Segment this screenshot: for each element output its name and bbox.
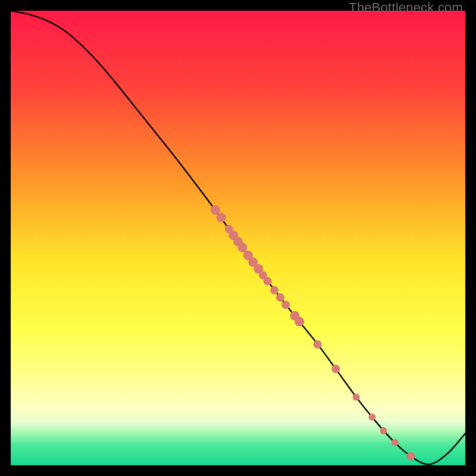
watermark-label: TheBottleneck.com (349, 0, 463, 15)
data-marker (380, 427, 387, 434)
data-marker (295, 317, 304, 327)
data-marker (392, 439, 399, 446)
chart-frame: TheBottleneck.com (0, 0, 476, 476)
data-marker (270, 286, 278, 295)
data-marker (331, 365, 340, 373)
data-marker (217, 213, 226, 223)
data-marker (368, 414, 375, 421)
data-marker (276, 293, 284, 302)
data-marker (211, 205, 220, 215)
data-marker (406, 452, 415, 461)
data-marker (264, 277, 272, 286)
chart-svg (11, 11, 465, 465)
plot-area (11, 11, 465, 465)
data-marker (238, 243, 248, 252)
data-marker (353, 393, 360, 400)
data-marker (281, 300, 290, 309)
data-marker (314, 340, 322, 349)
